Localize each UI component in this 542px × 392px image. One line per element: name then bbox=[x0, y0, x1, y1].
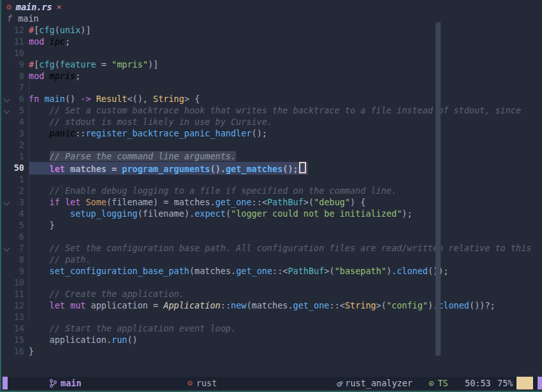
token: ::< bbox=[330, 300, 345, 310]
language-indicator[interactable]: ⚙ rust bbox=[187, 377, 217, 389]
git-branch-indicator[interactable]: main bbox=[50, 377, 82, 389]
code-line[interactable]: 8mod mpris; bbox=[3, 70, 542, 82]
scrollbar-thumb[interactable] bbox=[436, 22, 441, 356]
token: unix bbox=[60, 25, 81, 35]
gutter-spacer bbox=[3, 254, 11, 265]
code-line[interactable]: 10 bbox=[3, 47, 542, 59]
code-text bbox=[24, 139, 542, 150]
fold-chevron-icon[interactable] bbox=[3, 196, 11, 208]
code-line[interactable]: 11 // Create the application. bbox=[3, 288, 542, 300]
tab-bar: ⚙ main.rs × bbox=[3, 1, 62, 13]
status-bar: main ⚙ rust ⚙⚙ rust_analyzer ⊙ TS 50:53 … bbox=[3, 377, 542, 389]
code-line[interactable]: 2 // Enable debug logging to a file if s… bbox=[3, 185, 542, 196]
code-line[interactable]: 7 // Set the configuration base path. Al… bbox=[3, 242, 542, 254]
line-number: 9 bbox=[11, 265, 24, 277]
code-line[interactable]: 1 // Parse the command line arguments. bbox=[3, 150, 542, 162]
code-line[interactable]: 2 bbox=[3, 139, 542, 150]
branch-name: main bbox=[61, 377, 82, 389]
code-line[interactable]: 5 } bbox=[3, 219, 542, 231]
token: } bbox=[29, 220, 55, 230]
token bbox=[29, 266, 50, 276]
code-line[interactable]: 9 set_configuration_base_path(matches.ge… bbox=[3, 265, 542, 277]
code-line[interactable]: 1 bbox=[3, 173, 542, 185]
token: feature bbox=[60, 59, 96, 69]
token: mod bbox=[29, 36, 50, 47]
close-icon[interactable]: × bbox=[57, 1, 62, 13]
gutter-spacer bbox=[3, 277, 11, 288]
token: filename bbox=[112, 197, 153, 207]
gutter-spacer bbox=[3, 219, 11, 231]
code-line[interactable]: 12#[cfg(unix)] bbox=[3, 24, 542, 36]
token: ; bbox=[65, 36, 70, 47]
gutter-spacer bbox=[3, 334, 11, 345]
token: // Set a custom backtrace hook that writ… bbox=[29, 105, 521, 115]
gutter-spacer bbox=[3, 47, 11, 59]
status-accent-tan-block bbox=[516, 377, 533, 389]
token: program_arguments bbox=[122, 164, 210, 174]
code-line[interactable]: 11mod ipc; bbox=[3, 36, 542, 47]
token: application bbox=[50, 335, 106, 345]
gears-icon: ⚙⚙ bbox=[337, 377, 341, 390]
token: . bbox=[288, 300, 293, 310]
token: matches bbox=[70, 164, 106, 174]
code-line[interactable]: 12 let mut application = Application::ne… bbox=[3, 300, 542, 311]
token: matches bbox=[252, 300, 288, 310]
code-line[interactable]: 14 // Start the application event loop. bbox=[3, 323, 542, 334]
code-line[interactable]: 3 if let Some(filename) = matches.get_on… bbox=[3, 196, 542, 208]
token: ::< bbox=[272, 266, 288, 276]
code-line[interactable]: 16} bbox=[3, 345, 542, 357]
token: new bbox=[231, 300, 246, 310]
code-text: // Parse the command line arguments. bbox=[24, 150, 542, 162]
code-line[interactable]: 15 application.run() bbox=[3, 334, 542, 345]
code-line[interactable]: 4 setup_logging(filename).expect("logger… bbox=[3, 208, 542, 219]
fold-chevron-icon[interactable] bbox=[3, 242, 11, 254]
token: . bbox=[106, 335, 112, 345]
code-line[interactable]: 9#[cfg(feature = "mpris")] bbox=[3, 59, 542, 70]
token: run bbox=[112, 335, 127, 345]
code-editor[interactable]: 12#[cfg(unix)]11mod ipc;109#[cfg(feature… bbox=[3, 24, 542, 357]
token: >( bbox=[324, 266, 334, 276]
code-text: application.run() bbox=[24, 334, 542, 345]
line-number: 11 bbox=[11, 36, 24, 47]
token: :: bbox=[75, 128, 85, 138]
token: ::< bbox=[252, 197, 267, 207]
code-line[interactable]: 50 let matches = program_arguments().get… bbox=[3, 162, 542, 173]
token: ipc bbox=[50, 36, 65, 47]
token: "mpris" bbox=[112, 59, 148, 69]
code-text: if let Some(filename) = matches.get_one:… bbox=[24, 196, 542, 208]
code-line[interactable]: 8 // path. bbox=[3, 254, 542, 265]
code-line[interactable]: 4 // stdout is most likely in use by Cur… bbox=[3, 116, 542, 127]
code-text: // Set the configuration base path. All … bbox=[24, 242, 542, 254]
code-line[interactable]: 13 bbox=[3, 311, 542, 323]
token: ). bbox=[184, 208, 194, 219]
token: String bbox=[345, 300, 376, 310]
line-number: 4 bbox=[11, 116, 24, 127]
code-line[interactable]: 6 bbox=[3, 231, 542, 242]
code-line[interactable]: 6fn main() -> Result<(), String> { bbox=[3, 93, 542, 105]
treesitter-label: TS bbox=[437, 377, 448, 389]
gutter-spacer bbox=[3, 323, 11, 334]
line-number: 3 bbox=[11, 127, 24, 139]
token: ) = bbox=[153, 197, 174, 207]
code-line[interactable]: 5 // Set a custom backtrace hook that wr… bbox=[3, 105, 542, 116]
code-line[interactable]: 10 bbox=[3, 277, 542, 288]
cursor-position: 50:53 bbox=[465, 377, 491, 389]
treesitter-indicator[interactable]: ⊙ TS bbox=[428, 377, 448, 389]
code-text: setup_logging(filename).expect("logger c… bbox=[24, 208, 542, 219]
lsp-indicator[interactable]: ⚙⚙ rust_analyzer bbox=[337, 377, 413, 389]
tab-title[interactable]: main.rs bbox=[16, 1, 52, 13]
token: <(), bbox=[127, 94, 153, 104]
line-number: 3 bbox=[11, 196, 24, 208]
code-text: // Set a custom backtrace hook that writ… bbox=[24, 105, 542, 116]
language-name: rust bbox=[196, 377, 217, 389]
code-line[interactable]: 7 bbox=[3, 82, 542, 93]
line-number: 2 bbox=[11, 139, 24, 150]
fold-chevron-icon[interactable] bbox=[3, 105, 11, 116]
gutter-spacer bbox=[3, 173, 11, 185]
token: PathBuf bbox=[267, 197, 304, 207]
token: cfg bbox=[39, 25, 54, 35]
code-line[interactable]: 3 panic::register_backtrace_panic_handle… bbox=[3, 127, 542, 139]
fold-chevron-icon[interactable] bbox=[3, 93, 11, 105]
line-number: 50 bbox=[11, 162, 24, 173]
indent-guide bbox=[29, 82, 29, 323]
